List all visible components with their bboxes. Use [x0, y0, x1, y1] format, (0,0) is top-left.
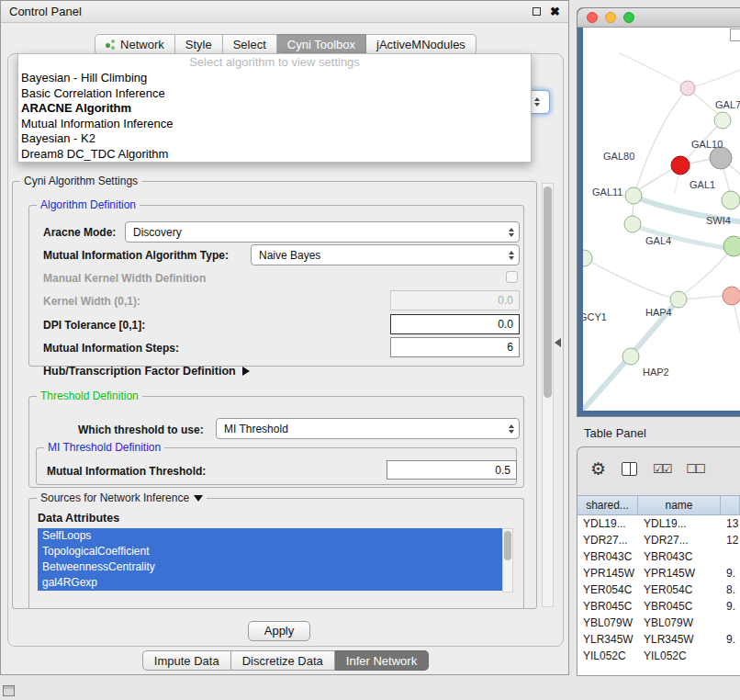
minimized-panel-icon[interactable] [3, 685, 15, 696]
tab-cyni-toolbox[interactable]: Cyni Toolbox [277, 34, 366, 55]
algorithm-option-dream8-dc-tdc-algorithm[interactable]: Dream8 DC_TDC Algorithm [18, 147, 531, 163]
tab-bar: NetworkStyleSelectCyni ToolboxjActiveMNo… [1, 34, 570, 55]
tab-select[interactable]: Select [223, 34, 277, 55]
table-rows: YDL19...YDL19...13YDR27...YDR27...12YBR0… [577, 515, 740, 675]
network-node[interactable] [625, 187, 642, 204]
close-panel-icon[interactable]: ✖ [550, 6, 560, 17]
network-edge[interactable] [620, 53, 682, 85]
network-node-label: GAL10 [691, 139, 723, 150]
algorithm-option-basic-correlation-inference[interactable]: Basic Correlation Inference [18, 86, 531, 102]
mi-steps-input[interactable] [390, 337, 520, 357]
manual-kernel-label: Manual Kernel Width Definition [43, 272, 206, 285]
network-window-titlebar [577, 8, 740, 28]
table-cell: YDL19... [638, 515, 721, 532]
aracne-mode-value: Discovery [133, 226, 509, 239]
network-node[interactable] [670, 291, 687, 308]
network-node-label: GAL1 [690, 179, 715, 190]
dpi-tolerance-input[interactable] [390, 314, 520, 334]
table-row[interactable]: YBL079WYBL079W [577, 615, 740, 631]
table-cell [721, 548, 740, 565]
hub-definition-toggle[interactable]: Hub/Transcription Factor Definition [43, 365, 250, 378]
attribute-item-betweennesscentrality[interactable]: BetweennessCentrality [38, 559, 502, 575]
network-edge[interactable] [688, 68, 740, 88]
combobox-arrows-icon [509, 251, 514, 260]
network-node-label: HAP2 [643, 367, 669, 378]
algorithm-option-bayesian-k2[interactable]: Bayesian - K2 [18, 131, 531, 147]
table-row[interactable]: YBR045CYBR045C9. [577, 598, 740, 615]
attribute-item-selfloops[interactable]: SelfLoops [38, 528, 502, 544]
algorithm-definition-title: Algorithm Definition [37, 198, 140, 211]
tab-network[interactable]: Network [95, 34, 175, 55]
table-row[interactable]: YBR043CYBR043C [577, 548, 740, 565]
minimize-window-icon[interactable] [605, 12, 616, 23]
data-attributes-list[interactable]: SelfLoopsTopologicalCoefficientBetweenne… [38, 528, 502, 591]
show-columns-icon[interactable] [622, 462, 637, 476]
kernel-width-input[interactable] [390, 290, 520, 310]
network-node[interactable] [723, 236, 740, 256]
attribute-item-topologicalcoefficient[interactable]: TopologicalCoefficient [38, 544, 502, 559]
table-cell: YPR145W [638, 565, 721, 581]
settings-scrollbar-thumb[interactable] [544, 186, 552, 398]
expand-right-icon [242, 367, 250, 376]
network-node[interactable] [671, 156, 690, 175]
network-node[interactable] [624, 216, 641, 232]
mi-type-value: Naive Bayes [259, 249, 509, 262]
which-threshold-select[interactable]: MI Threshold [216, 418, 520, 439]
network-node[interactable] [714, 112, 731, 129]
table-row[interactable]: YER054CYER054C8. [577, 581, 740, 598]
apply-button[interactable]: Apply [248, 621, 310, 641]
network-node-label: GAL4 [645, 235, 671, 246]
bottom-tab-infer-network[interactable]: Infer Network [335, 650, 429, 671]
tab-label: jActiveMNodules [376, 38, 465, 51]
table-row[interactable]: YPR145WYPR145W9. [577, 565, 740, 581]
tab-jactivemnodules[interactable]: jActiveMNodules [366, 34, 477, 55]
attributes-list-scrollbar[interactable] [502, 528, 513, 593]
table-row[interactable]: YLR345WYLR345W9. [577, 631, 740, 648]
network-node[interactable] [722, 191, 740, 209]
table-settings-gear-icon[interactable]: ⚙ [590, 460, 606, 478]
table-cell: 8. [721, 581, 740, 598]
table-cell: YBL079W [638, 615, 721, 631]
network-node[interactable] [723, 287, 740, 305]
select-all-columns-icon[interactable]: ☑☑ [653, 462, 670, 476]
unselect-all-columns-icon[interactable]: ☐☐ [686, 462, 703, 476]
network-edge[interactable] [584, 258, 671, 298]
table-row[interactable]: YDL19...YDL19...13 [577, 515, 740, 532]
mi-steps-label: Mutual Information Steps: [43, 342, 179, 355]
zoom-window-icon[interactable] [623, 12, 634, 23]
column-header-partial[interactable] [721, 496, 740, 514]
splitter-collapse-arrow[interactable] [555, 338, 561, 347]
column-header-name[interactable]: name [638, 496, 721, 514]
close-window-icon[interactable] [587, 12, 598, 23]
network-scrollbar-corner [730, 28, 740, 41]
bottom-tab-impute-data[interactable]: Impute Data [142, 650, 231, 671]
mi-algorithm-type-select[interactable]: Naive Bayes [251, 244, 520, 265]
algorithm-option-mutual-information-inference[interactable]: Mutual Information Inference [18, 117, 531, 132]
table-cell [721, 648, 740, 664]
float-panel-icon[interactable] [533, 7, 541, 16]
table-cell: YIL052C [638, 648, 721, 664]
bottom-tab-bar: Impute DataDiscretize DataInfer Network [1, 650, 570, 671]
attribute-item-gal4rgexp[interactable]: gal4RGexp [38, 575, 502, 591]
combobox-arrows-icon [534, 97, 540, 107]
tab-style[interactable]: Style [175, 34, 223, 55]
network-canvas[interactable]: GAL7GAL80GAL10GAL11GAL1SWI4GAL4GCY1HAP4H… [583, 28, 740, 411]
manual-kernel-checkbox[interactable] [506, 271, 518, 283]
column-header-shared-name[interactable]: shared... [577, 496, 638, 514]
mi-threshold-input[interactable] [387, 460, 517, 480]
network-node[interactable] [583, 250, 592, 266]
collapse-down-icon[interactable] [194, 495, 203, 502]
table-row[interactable]: YIL052CYIL052C [577, 648, 740, 664]
aracne-mode-select[interactable]: Discovery [125, 221, 520, 243]
network-edge[interactable] [732, 296, 740, 378]
network-node[interactable] [622, 348, 639, 365]
network-node[interactable] [680, 81, 695, 96]
table-cell: YDL19... [577, 515, 638, 532]
algorithm-option-aracne-algorithm[interactable]: ARACNE Algorithm [18, 101, 531, 117]
settings-scrollbar[interactable] [542, 183, 554, 607]
network-node[interactable] [710, 147, 732, 169]
bottom-tab-discretize-data[interactable]: Discretize Data [231, 650, 335, 671]
attributes-scrollbar-thumb[interactable] [504, 531, 511, 560]
algorithm-option-bayesian-hill-climbing[interactable]: Bayesian - Hill Climbing [18, 71, 531, 86]
table-row[interactable]: YDR27...YDR27...12 [577, 532, 740, 548]
